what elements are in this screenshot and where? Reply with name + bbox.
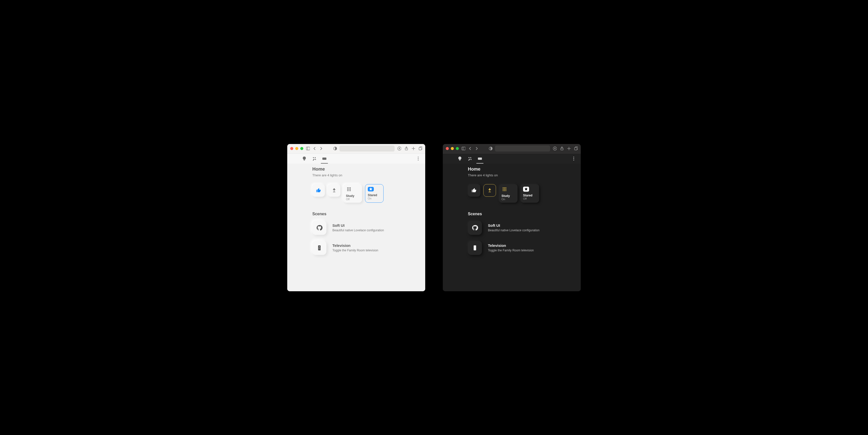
remote-icon [468,241,482,255]
menu-icon[interactable] [447,156,452,161]
tile-stared-state: On [368,197,381,200]
row-soft-ui[interactable]: Soft UI Beautiful native Lovelace config… [468,221,556,235]
tile-thumb-up[interactable] [312,184,325,197]
bulb-tab-icon[interactable] [302,156,307,161]
content-area: Home There are 4 lights on Study On Star… [443,163,581,291]
traffic-lights [446,147,459,150]
tile-stared[interactable]: Stared Off [521,184,539,203]
row-soft-ui-desc: Beautiful native Lovelace configuration [332,228,384,232]
page-title: Home [468,166,556,172]
overflow-icon[interactable] [416,156,421,161]
privacy-contrast-icon[interactable] [489,146,492,151]
tools-tab-icon[interactable] [312,156,317,161]
row-television[interactable]: Television Toggle the Family Room televi… [312,241,400,255]
share-icon[interactable] [560,146,564,151]
row-tv-desc: Toggle the Family Room television [488,249,534,252]
group-lights-icon [346,187,352,192]
close-window-button[interactable] [446,147,449,150]
tile-study-label: Study [501,194,515,198]
group-lights-icon [501,187,507,192]
dev-tab-icon[interactable] [477,156,483,161]
scenes-heading: Scenes [468,212,556,216]
star-icon [368,187,374,191]
app-toolbar [443,154,581,163]
back-icon[interactable] [468,146,472,151]
maximize-window-button[interactable] [456,147,459,150]
tools-tab-icon[interactable] [467,156,472,161]
tile-lamp[interactable] [328,184,340,197]
row-tv-title: Television [332,243,378,248]
remote-icon [312,241,327,255]
new-tab-icon[interactable] [567,146,571,151]
url-bar[interactable] [495,146,550,152]
row-soft-ui-title: Soft UI [332,223,384,227]
window-dark: Home There are 4 lights on Study On Star… [443,144,581,291]
menu-icon[interactable] [292,156,297,161]
sidebar-toggle-icon[interactable] [306,146,310,151]
thumb-up-icon [316,187,321,193]
app-toolbar [287,154,425,163]
tile-lamp[interactable] [484,184,496,197]
forward-icon[interactable] [474,146,478,151]
browser-chrome [443,144,581,154]
url-bar[interactable] [339,146,395,152]
row-tv-desc: Toggle the Family Room television [332,249,378,252]
minimize-window-button[interactable] [451,147,454,150]
minimize-window-button[interactable] [295,147,298,150]
tile-study[interactable]: Study Off [343,184,362,203]
privacy-contrast-icon[interactable] [333,146,337,151]
tile-study-label: Study [346,194,360,198]
github-icon [468,221,482,235]
sidebar-toggle-icon[interactable] [461,146,465,151]
close-window-button[interactable] [290,147,293,150]
back-icon[interactable] [312,146,316,151]
tile-thumb-up[interactable] [468,184,480,197]
downloads-icon[interactable] [397,146,401,151]
share-icon[interactable] [404,146,408,151]
maximize-window-button[interactable] [300,147,303,150]
lamp-icon [487,187,493,193]
row-television[interactable]: Television Toggle the Family Room televi… [468,241,556,255]
star-icon [523,187,529,192]
row-soft-ui-title: Soft UI [488,223,539,227]
thumb-up-icon [471,187,477,193]
forward-icon[interactable] [319,146,323,151]
new-tab-icon[interactable] [411,146,415,151]
tile-stared-label: Stared [523,194,537,197]
tile-stared-state: Off [523,197,537,200]
tile-study-state: On [501,198,515,201]
tile-stared[interactable]: Stared On [365,184,383,203]
tile-study[interactable]: Study On [499,184,518,203]
tile-stared-label: Stared [368,193,381,197]
row-soft-ui-desc: Beautiful native Lovelace configuration [488,228,539,232]
page-subtitle: There are 4 lights on [312,173,400,177]
browser-chrome [287,144,425,154]
overflow-icon[interactable] [571,156,576,161]
downloads-icon[interactable] [553,146,557,151]
page-subtitle: There are 4 lights on [468,173,556,177]
tabs-icon[interactable] [418,146,422,151]
bulb-tab-icon[interactable] [457,156,462,161]
tile-row: Study On Stared Off [468,184,556,203]
github-icon [312,221,327,235]
traffic-lights [290,147,303,150]
window-light: Home There are 4 lights on Study Off Sta… [287,144,425,291]
page-title: Home [312,166,400,172]
lamp-icon [331,187,337,193]
tile-row: Study Off Stared On [312,184,400,203]
tabs-icon[interactable] [574,146,578,151]
row-tv-title: Television [488,243,534,248]
row-soft-ui[interactable]: Soft UI Beautiful native Lovelace config… [312,221,400,235]
content-area: Home There are 4 lights on Study Off Sta… [287,163,425,291]
scenes-heading: Scenes [312,212,400,216]
dev-tab-icon[interactable] [322,156,327,161]
tile-study-state: Off [346,198,360,201]
